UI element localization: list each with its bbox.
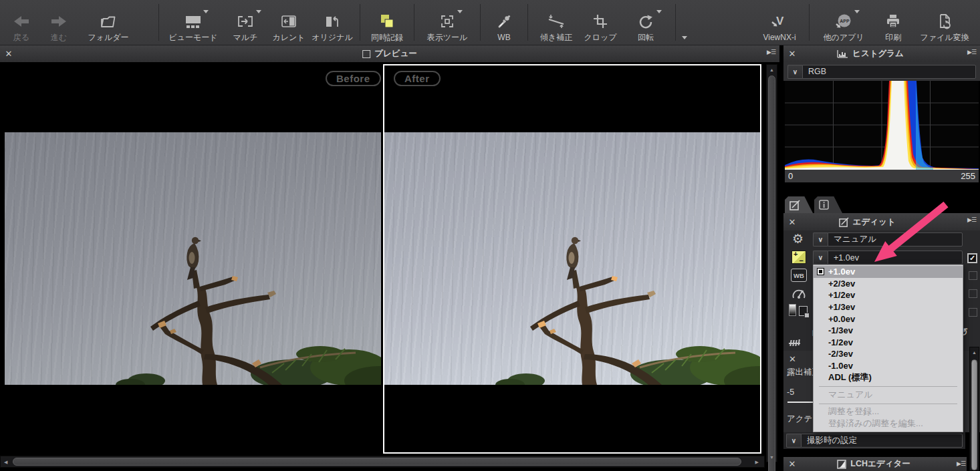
exposure-apply-checkbox[interactable]: ✓ (967, 253, 977, 263)
white-balance-tool-icon[interactable]: WB (791, 269, 807, 282)
menu-item-ev[interactable]: +1/2ev (814, 289, 963, 301)
preview-horizontal-scrollbar[interactable]: ◀ ▶ (0, 456, 765, 468)
file-convert-button[interactable]: ファイル変換 (913, 0, 976, 45)
menu-item-ev[interactable]: +1/3ev (814, 301, 963, 313)
exposure-dropdown-chevron[interactable]: ∨ (813, 251, 828, 265)
info-icon (819, 200, 829, 210)
menu-item-ev[interactable]: -2/3ev (814, 348, 963, 360)
preview-vertical-scrollbar[interactable]: ▲ ▼ (766, 64, 777, 462)
print-button[interactable]: 印刷 (873, 0, 913, 45)
tone-apply-checkbox[interactable] (969, 308, 977, 317)
scroll-left-icon[interactable]: ◀ (4, 460, 7, 464)
rotate-button[interactable]: 回転 (621, 0, 670, 45)
histogram-close-button[interactable]: ✕ (783, 49, 801, 59)
menu-item-ev[interactable]: +2/3ev (814, 278, 963, 290)
picture-control-icon[interactable] (791, 287, 806, 301)
original-button[interactable]: オリジナル (310, 0, 355, 45)
adjustments-close-button[interactable]: ✕ (789, 354, 796, 364)
forward-button[interactable]: 進む (40, 0, 78, 45)
scroll-up-icon[interactable]: ▲ (972, 350, 977, 355)
menu-item-ev[interactable]: -1/3ev (814, 325, 963, 337)
crop-button[interactable]: クロップ (580, 0, 621, 45)
edit-icon (839, 217, 849, 227)
before-image-scene (5, 132, 381, 385)
display-tools-button[interactable]: 表示ツール (419, 0, 475, 45)
channel-dropdown-chevron[interactable]: ∨ (787, 65, 802, 79)
toolbar-separator (158, 4, 159, 41)
panel-menu-icon[interactable]: ▶☰ (967, 49, 976, 55)
panel-menu-icon[interactable]: ▶☰ (967, 216, 976, 223)
view-mode-button[interactable]: ビューモード (164, 0, 223, 45)
simultaneous-record-button[interactable]: 同時記録 (365, 0, 409, 45)
wb-apply-checkbox[interactable] (969, 271, 977, 280)
after-badge: After (394, 71, 441, 86)
exposure-min-value: -5 (787, 387, 794, 397)
wb-eyedropper-icon (496, 10, 512, 33)
histogram-panel-title: ヒストグラム (837, 48, 904, 59)
file-convert-icon (937, 10, 953, 33)
panel-menu-icon[interactable]: ▶☰ (957, 460, 965, 467)
scrollbar-thumb[interactable] (13, 458, 741, 466)
folder-icon (100, 10, 117, 33)
panel-menu-icon[interactable]: ▶☰ (767, 49, 775, 55)
lch-close-button[interactable]: ✕ (783, 459, 801, 469)
selected-check-icon (817, 268, 824, 275)
scroll-down-icon[interactable]: ▼ (769, 455, 774, 460)
other-apps-button[interactable]: APP 他のアプリ (814, 0, 873, 45)
picture-control-apply-checkbox[interactable] (969, 289, 977, 298)
viewnx-logo-icon: V (771, 10, 788, 33)
multi-button[interactable]: マルチ (223, 0, 268, 45)
viewnx-button[interactable]: V ViewNX-i (755, 0, 804, 45)
preview-icon (362, 50, 370, 58)
multi-view-icon (237, 10, 254, 33)
svg-text:APP: APP (840, 19, 850, 23)
dropdown-caret-icon (854, 10, 860, 13)
tone-contrast-icon[interactable] (789, 304, 808, 316)
menu-item-ev[interactable]: +0.0ev (814, 313, 963, 325)
preview-panel-header: ✕ プレビュー ▶☰ (0, 45, 779, 62)
shooting-settings-chevron[interactable]: ∨ (786, 434, 801, 448)
viewnx-window: 戻る 進む フォルダー ビューモード マ (0, 0, 980, 471)
scrollbar-thumb[interactable] (768, 75, 775, 471)
menu-item-adl[interactable]: ADL (標準) (814, 371, 963, 383)
menu-item-manual: マニュアル (814, 389, 963, 401)
after-image-scene (384, 132, 760, 385)
exposure-compensation-icon[interactable]: +− (791, 251, 806, 264)
menu-item-ev[interactable]: -1.0ev (814, 360, 963, 372)
settings-gear-icon[interactable]: ⚙ (792, 232, 804, 245)
histogram-plot (785, 81, 979, 170)
channel-dropdown[interactable]: RGB (802, 65, 976, 79)
histogram-min-label: 0 (788, 171, 793, 181)
print-icon (885, 10, 901, 33)
wb-button[interactable]: WB (485, 0, 523, 45)
toolbar-overflow-caret-icon[interactable] (682, 36, 687, 39)
current-button[interactable]: カレント (268, 0, 310, 45)
back-button[interactable]: 戻る (3, 0, 40, 45)
current-image-icon (281, 10, 297, 33)
shooting-settings-field[interactable]: 撮影時の設定 (801, 434, 963, 448)
preview-close-button[interactable]: ✕ (0, 49, 17, 59)
edit-close-button[interactable]: ✕ (783, 217, 801, 227)
original-image-icon (324, 10, 340, 33)
menu-item-ev[interactable]: -1/2ev (814, 337, 963, 349)
tilt-correction-button[interactable]: 傾き補正 (533, 0, 580, 45)
svg-text:V: V (776, 15, 784, 27)
side-panel-scrollbar[interactable]: ▲ (969, 347, 979, 471)
scroll-up-icon[interactable]: ▲ (769, 67, 774, 72)
lch-panel-title: LCHエディター (837, 458, 910, 470)
scroll-right-icon[interactable]: ▶ (755, 460, 759, 464)
before-image[interactable] (5, 132, 381, 385)
preset-dropdown-chevron[interactable]: ∨ (813, 232, 828, 247)
menu-item-edit-registered: 登録済みの調整を編集... (814, 418, 963, 430)
tab-edit[interactable] (785, 196, 813, 213)
menu-item-register: 調整を登録... (814, 406, 963, 418)
after-image[interactable] (384, 132, 760, 385)
back-arrow-icon (13, 10, 30, 33)
toolbar-separator (414, 4, 414, 41)
other-apps-icon: APP (835, 10, 852, 33)
scrollbar-thumb[interactable] (971, 359, 977, 470)
tab-info[interactable] (814, 196, 842, 213)
folder-button[interactable]: フォルダー (78, 0, 139, 45)
exposure-slider-track[interactable] (787, 402, 813, 403)
exposure-dropdown-menu: +1.0ev +2/3ev +1/2ev +1/3ev +0.0ev -1/3e… (813, 265, 963, 432)
